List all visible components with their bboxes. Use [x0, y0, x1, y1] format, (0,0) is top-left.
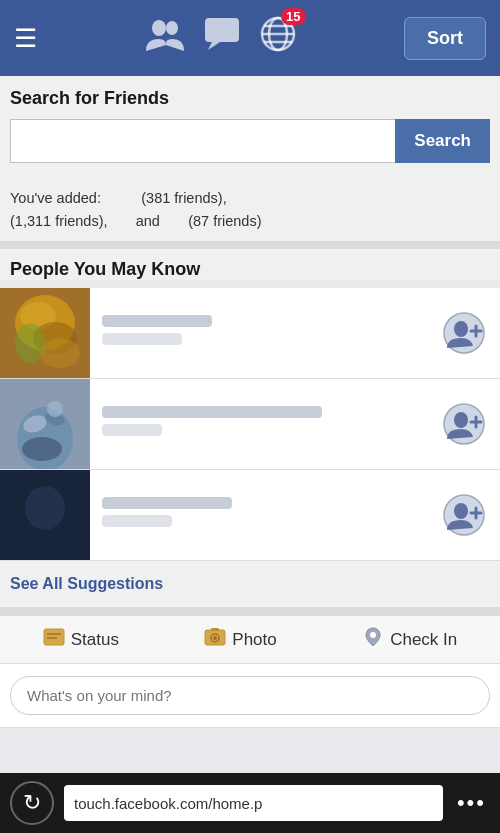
svg-point-42	[370, 632, 376, 638]
browser-more-button[interactable]: •••	[453, 790, 490, 816]
person-name-area	[90, 487, 438, 543]
added-count3: (87 friends)	[188, 213, 261, 229]
add-friend-button-1[interactable]	[438, 307, 490, 359]
svg-marker-3	[208, 42, 220, 50]
status-action[interactable]: Status	[43, 626, 119, 653]
svg-point-1	[166, 21, 178, 35]
person-name-area	[90, 305, 438, 361]
search-section: Search for Friends Search	[0, 76, 500, 177]
svg-rect-35	[44, 629, 64, 645]
search-title: Search for Friends	[10, 88, 490, 109]
added-and: and	[136, 213, 160, 229]
browser-bar: ↻ touch.facebook.com/home.p •••	[0, 773, 500, 833]
globe-icon[interactable]: 15	[260, 16, 296, 60]
svg-point-32	[454, 503, 468, 519]
post-action-bar: Status Photo Check In	[0, 615, 500, 664]
notification-badge: 15	[281, 8, 305, 25]
checkin-label: Check In	[390, 630, 457, 650]
whats-on-mind-area	[0, 664, 500, 728]
added-info: You've added: (381 friends), (1,311 frie…	[0, 177, 500, 241]
hamburger-icon[interactable]: ☰	[14, 25, 37, 51]
status-icon	[43, 626, 65, 653]
added-prefix: You've added:	[10, 190, 101, 206]
see-all-link[interactable]: See All Suggestions	[10, 575, 163, 592]
chat-icon[interactable]	[204, 17, 240, 59]
add-friend-button-2[interactable]	[438, 398, 490, 450]
svg-rect-41	[211, 628, 219, 631]
person-subtext-blur	[102, 424, 162, 436]
divider-2	[0, 607, 500, 615]
person-name-area	[90, 396, 438, 452]
search-input[interactable]	[10, 119, 395, 163]
avatar	[0, 379, 90, 469]
person-name-blur	[102, 497, 232, 509]
checkin-action[interactable]: Check In	[362, 626, 457, 653]
checkin-icon	[362, 626, 384, 653]
photo-label: Photo	[232, 630, 276, 650]
pymk-title: People You May Know	[10, 259, 490, 280]
see-all-row: See All Suggestions	[0, 561, 500, 607]
added-count1: (381 friends),	[141, 190, 226, 206]
svg-point-13	[15, 323, 45, 363]
friends-icon[interactable]	[146, 17, 184, 59]
url-text: touch.facebook.com/home.p	[74, 795, 262, 812]
person-name-blur	[102, 315, 212, 327]
add-friend-button-3[interactable]	[438, 489, 490, 541]
list-item	[0, 288, 500, 379]
top-nav-bar: ☰ 15 Sort	[0, 0, 500, 76]
person-subtext-blur	[102, 515, 172, 527]
nav-icons-area: 15	[146, 16, 296, 60]
added-count2: (1,311 friends),	[10, 213, 108, 229]
hamburger-area: ☰	[14, 25, 37, 51]
person-subtext-blur	[102, 333, 182, 345]
sort-button[interactable]: Sort	[404, 17, 486, 60]
photo-action[interactable]: Photo	[204, 626, 276, 653]
svg-point-40	[213, 636, 217, 640]
svg-point-30	[25, 486, 65, 530]
status-label: Status	[71, 630, 119, 650]
svg-rect-2	[205, 18, 239, 42]
list-item	[0, 470, 500, 561]
svg-point-0	[152, 20, 166, 36]
svg-point-23	[22, 437, 62, 461]
pymk-section: People You May Know	[0, 249, 500, 280]
search-row: Search	[10, 119, 490, 163]
divider-1	[0, 241, 500, 249]
avatar	[0, 288, 90, 378]
svg-point-26	[454, 412, 468, 428]
photo-icon	[204, 626, 226, 653]
svg-point-16	[454, 321, 468, 337]
refresh-icon: ↻	[23, 790, 41, 816]
browser-back-button[interactable]: ↻	[10, 781, 54, 825]
avatar	[0, 470, 90, 560]
person-name-blur	[102, 406, 322, 418]
svg-point-24	[47, 401, 63, 417]
search-button[interactable]: Search	[395, 119, 490, 163]
list-item	[0, 379, 500, 470]
browser-url-bar[interactable]: touch.facebook.com/home.p	[64, 785, 443, 821]
svg-point-14	[40, 338, 80, 368]
whats-on-mind-input[interactable]	[10, 676, 490, 715]
